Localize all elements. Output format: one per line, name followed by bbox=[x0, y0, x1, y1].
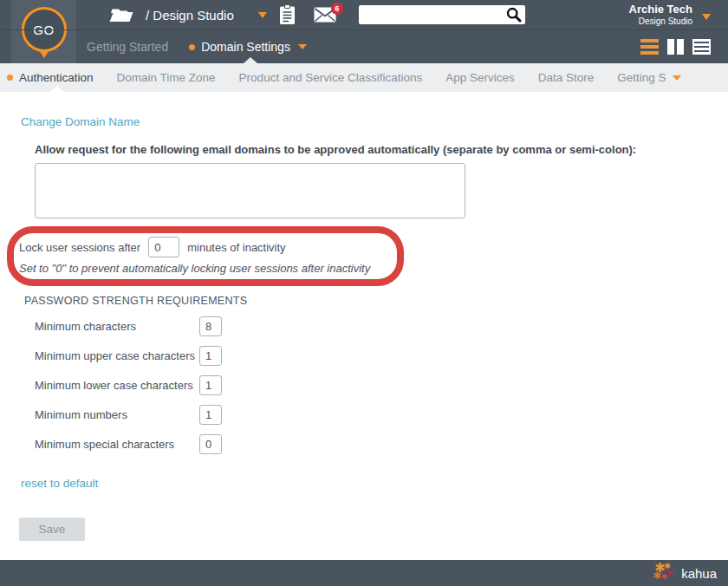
min-characters-input[interactable] bbox=[199, 316, 222, 336]
active-nav-notch bbox=[244, 57, 257, 63]
nav-dropdown-icon bbox=[298, 44, 307, 49]
folder-icon[interactable] bbox=[108, 6, 134, 23]
user-name: Archie Tech bbox=[629, 3, 692, 16]
pw-row-min-uppercase: Minimum upper case characters bbox=[35, 346, 728, 366]
tab-label: Domain Time Zone bbox=[117, 71, 216, 84]
messages-mail-icon[interactable]: 6 bbox=[314, 7, 336, 23]
tab-label: Getting S bbox=[617, 71, 666, 84]
tab-domain-time-zone[interactable]: Domain Time Zone bbox=[117, 71, 216, 84]
pw-row-label: Minimum numbers bbox=[35, 408, 199, 421]
split-view-icon[interactable] bbox=[666, 39, 685, 55]
pw-row-label: Minimum upper case characters bbox=[35, 349, 199, 362]
pw-row-label: Minimum lower case characters bbox=[35, 379, 199, 392]
user-menu[interactable]: Archie Tech Design Studio bbox=[629, 3, 692, 26]
footer-bar: ✱✱ ✱✱ K kahua bbox=[0, 560, 728, 586]
password-requirements-heading: PASSWORD STRENGTH REQUIREMENTS bbox=[24, 295, 728, 307]
user-org: Design Studio bbox=[629, 16, 692, 27]
view-mode-icons bbox=[640, 39, 711, 55]
change-domain-name-link[interactable]: Change Domain Name bbox=[21, 115, 140, 128]
lock-sessions-prefix: Lock user sessions after bbox=[19, 241, 140, 254]
kahua-starburst-icon: ✱✱ ✱✱ K bbox=[653, 563, 677, 583]
tab-label: App Services bbox=[445, 71, 515, 84]
pw-row-min-special: Minimum special characters bbox=[35, 434, 728, 454]
lock-sessions-row: Lock user sessions after minutes of inac… bbox=[19, 237, 388, 257]
active-bullet-icon bbox=[189, 44, 195, 50]
tab-getting-started-truncated[interactable]: Getting S bbox=[617, 71, 680, 84]
tab-label: Authentication bbox=[19, 71, 94, 84]
tab-authentication[interactable]: Authentication bbox=[7, 71, 94, 84]
settings-tab-bar: Authentication Domain Time Zone Product … bbox=[0, 63, 728, 92]
active-tab-notch bbox=[50, 86, 64, 92]
min-uppercase-input[interactable] bbox=[199, 346, 222, 366]
lock-sessions-suffix: minutes of inactivity bbox=[187, 241, 285, 254]
breadcrumb[interactable]: / Design Studio bbox=[146, 8, 234, 23]
tab-data-store[interactable]: Data Store bbox=[538, 71, 595, 84]
red-highlight-annotation: Lock user sessions after minutes of inac… bbox=[7, 226, 404, 286]
header-row-primary: / Design Studio 6 bbox=[0, 0, 728, 29]
tab-label: Product and Service Classifications bbox=[239, 71, 423, 84]
reset-to-default-link[interactable]: reset to default bbox=[21, 477, 98, 490]
lock-minutes-input[interactable] bbox=[148, 237, 179, 257]
tab-app-services[interactable]: App Services bbox=[445, 71, 515, 84]
active-tab-bullet-icon bbox=[7, 75, 13, 81]
min-lowercase-input[interactable] bbox=[199, 375, 222, 395]
min-numbers-input[interactable] bbox=[199, 405, 222, 425]
user-dropdown-icon[interactable] bbox=[702, 14, 711, 20]
search-input[interactable] bbox=[366, 9, 506, 21]
header-row-nav: Getting Started Domain Settings bbox=[0, 29, 728, 63]
menu-view-icon[interactable] bbox=[640, 39, 659, 55]
authentication-settings-panel: Change Domain Name Allow request for the… bbox=[0, 92, 728, 560]
top-bar: GO / Design Studio bbox=[0, 0, 728, 63]
tab-product-service-classifications[interactable]: Product and Service Classifications bbox=[239, 71, 423, 84]
nav-item-label: Getting Started bbox=[87, 40, 168, 54]
min-special-input[interactable] bbox=[199, 434, 222, 454]
tasks-clipboard-icon[interactable] bbox=[279, 4, 296, 25]
tab-label: Data Store bbox=[538, 71, 595, 84]
email-domains-label: Allow request for the following email do… bbox=[35, 143, 728, 156]
list-view-icon[interactable] bbox=[692, 39, 711, 55]
tab-overflow-dropdown-icon[interactable] bbox=[673, 75, 681, 81]
pw-row-min-lowercase: Minimum lower case characters bbox=[35, 375, 728, 395]
search-box bbox=[359, 5, 525, 24]
pw-row-label: Minimum characters bbox=[35, 320, 199, 333]
nav-item-label: Domain Settings bbox=[201, 40, 290, 54]
pw-row-min-numbers: Minimum numbers bbox=[35, 405, 728, 425]
lock-sessions-note: Set to "0" to prevent automatically lock… bbox=[19, 262, 388, 275]
nav-item-domain-settings[interactable]: Domain Settings bbox=[189, 40, 307, 54]
save-button[interactable]: Save bbox=[19, 518, 85, 541]
search-icon[interactable] bbox=[506, 7, 522, 23]
pw-row-label: Minimum special characters bbox=[35, 438, 199, 451]
breadcrumb-dropdown-icon[interactable] bbox=[258, 12, 267, 18]
email-domains-textarea[interactable] bbox=[35, 163, 465, 218]
pw-row-min-characters: Minimum characters bbox=[35, 316, 728, 336]
mail-unread-badge: 6 bbox=[331, 3, 343, 15]
kahua-brand-text: kahua bbox=[681, 566, 717, 581]
nav-item-getting-started[interactable]: Getting Started bbox=[87, 40, 168, 54]
